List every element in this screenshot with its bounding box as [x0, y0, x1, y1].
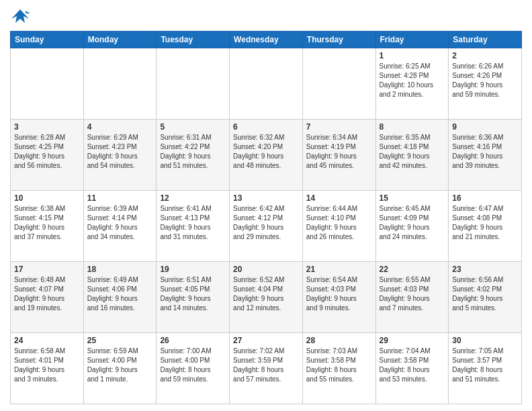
calendar-cell: 17Sunrise: 6:48 AM Sunset: 4:07 PM Dayli…: [11, 262, 84, 333]
day-info: Sunrise: 6:58 AM Sunset: 4:01 PM Dayligh…: [14, 347, 80, 384]
calendar-cell: 15Sunrise: 6:45 AM Sunset: 4:09 PM Dayli…: [375, 191, 449, 262]
calendar-cell: 2Sunrise: 6:26 AM Sunset: 4:26 PM Daylig…: [449, 48, 522, 120]
weekday-header-friday: Friday: [375, 32, 449, 48]
svg-marker-0: [11, 9, 29, 23]
calendar-cell: 16Sunrise: 6:47 AM Sunset: 4:08 PM Dayli…: [449, 191, 522, 262]
day-info: Sunrise: 7:02 AM Sunset: 3:59 PM Dayligh…: [233, 347, 299, 384]
day-info: Sunrise: 6:48 AM Sunset: 4:07 PM Dayligh…: [14, 275, 80, 313]
day-info: Sunrise: 6:25 AM Sunset: 4:28 PM Dayligh…: [380, 62, 445, 99]
day-number: 25: [87, 336, 153, 345]
day-number: 5: [160, 122, 226, 132]
day-number: 1: [380, 51, 445, 60]
day-info: Sunrise: 7:03 AM Sunset: 3:58 PM Dayligh…: [306, 347, 372, 384]
day-info: Sunrise: 6:47 AM Sunset: 4:08 PM Dayligh…: [452, 204, 518, 242]
day-info: Sunrise: 7:05 AM Sunset: 3:57 PM Dayligh…: [452, 347, 518, 384]
calendar-cell: 13Sunrise: 6:42 AM Sunset: 4:12 PM Dayli…: [230, 191, 303, 262]
day-number: 21: [306, 265, 372, 274]
day-info: Sunrise: 6:29 AM Sunset: 4:23 PM Dayligh…: [87, 133, 153, 171]
day-info: Sunrise: 6:54 AM Sunset: 4:03 PM Dayligh…: [306, 275, 372, 313]
calendar-cell: [11, 48, 84, 120]
day-number: 7: [306, 122, 372, 132]
svg-marker-1: [25, 11, 30, 13]
day-number: 22: [380, 265, 445, 274]
calendar-cell: 22Sunrise: 6:55 AM Sunset: 4:03 PM Dayli…: [375, 262, 449, 333]
logo: [10, 7, 33, 26]
calendar-cell: 5Sunrise: 6:31 AM Sunset: 4:22 PM Daylig…: [157, 120, 230, 191]
day-number: 6: [233, 122, 299, 132]
calendar-table: SundayMondayTuesdayWednesdayThursdayFrid…: [10, 31, 522, 404]
day-info: Sunrise: 6:31 AM Sunset: 4:22 PM Dayligh…: [160, 133, 226, 171]
day-number: 19: [160, 265, 226, 274]
day-info: Sunrise: 6:39 AM Sunset: 4:14 PM Dayligh…: [87, 204, 153, 242]
calendar-cell: 4Sunrise: 6:29 AM Sunset: 4:23 PM Daylig…: [83, 120, 157, 191]
day-info: Sunrise: 6:26 AM Sunset: 4:26 PM Dayligh…: [452, 62, 518, 99]
day-info: Sunrise: 6:38 AM Sunset: 4:15 PM Dayligh…: [14, 204, 80, 242]
day-info: Sunrise: 6:35 AM Sunset: 4:18 PM Dayligh…: [380, 133, 445, 171]
weekday-header-monday: Monday: [83, 32, 157, 48]
calendar-cell: 26Sunrise: 7:00 AM Sunset: 4:00 PM Dayli…: [157, 333, 230, 404]
calendar-week-4: 24Sunrise: 6:58 AM Sunset: 4:01 PM Dayli…: [11, 333, 522, 404]
calendar-cell: 7Sunrise: 6:34 AM Sunset: 4:19 PM Daylig…: [302, 120, 375, 191]
header: [10, 7, 522, 26]
day-info: Sunrise: 6:28 AM Sunset: 4:25 PM Dayligh…: [14, 133, 80, 171]
calendar-cell: 8Sunrise: 6:35 AM Sunset: 4:18 PM Daylig…: [375, 120, 449, 191]
day-number: 27: [233, 336, 299, 345]
calendar-week-2: 10Sunrise: 6:38 AM Sunset: 4:15 PM Dayli…: [11, 191, 522, 262]
day-number: 29: [380, 336, 445, 345]
calendar-cell: 23Sunrise: 6:56 AM Sunset: 4:02 PM Dayli…: [449, 262, 522, 333]
day-number: 28: [306, 336, 372, 345]
day-number: 14: [306, 193, 372, 203]
page: SundayMondayTuesdayWednesdayThursdayFrid…: [0, 0, 532, 411]
calendar-cell: 28Sunrise: 7:03 AM Sunset: 3:58 PM Dayli…: [302, 333, 375, 404]
calendar-cell: 27Sunrise: 7:02 AM Sunset: 3:59 PM Dayli…: [230, 333, 303, 404]
calendar-week-1: 3Sunrise: 6:28 AM Sunset: 4:25 PM Daylig…: [11, 120, 522, 191]
calendar-cell: 24Sunrise: 6:58 AM Sunset: 4:01 PM Dayli…: [11, 333, 84, 404]
day-number: 3: [14, 122, 80, 132]
day-number: 24: [14, 336, 80, 345]
day-info: Sunrise: 7:04 AM Sunset: 3:58 PM Dayligh…: [380, 347, 445, 384]
day-number: 20: [233, 265, 299, 274]
day-info: Sunrise: 6:42 AM Sunset: 4:12 PM Dayligh…: [233, 204, 299, 242]
calendar-week-3: 17Sunrise: 6:48 AM Sunset: 4:07 PM Dayli…: [11, 262, 522, 333]
day-info: Sunrise: 6:32 AM Sunset: 4:20 PM Dayligh…: [233, 133, 299, 171]
calendar-cell: 11Sunrise: 6:39 AM Sunset: 4:14 PM Dayli…: [83, 191, 157, 262]
calendar-cell: [230, 48, 303, 120]
weekday-header-thursday: Thursday: [302, 32, 375, 48]
calendar-cell: 21Sunrise: 6:54 AM Sunset: 4:03 PM Dayli…: [302, 262, 375, 333]
day-info: Sunrise: 6:59 AM Sunset: 4:00 PM Dayligh…: [87, 347, 153, 384]
day-number: 26: [160, 336, 226, 345]
calendar-cell: 10Sunrise: 6:38 AM Sunset: 4:15 PM Dayli…: [11, 191, 84, 262]
calendar-header-row: SundayMondayTuesdayWednesdayThursdayFrid…: [11, 32, 522, 48]
day-info: Sunrise: 6:52 AM Sunset: 4:04 PM Dayligh…: [233, 275, 299, 313]
calendar-cell: 12Sunrise: 6:41 AM Sunset: 4:13 PM Dayli…: [157, 191, 230, 262]
calendar-cell: [157, 48, 230, 120]
calendar-cell: 19Sunrise: 6:51 AM Sunset: 4:05 PM Dayli…: [157, 262, 230, 333]
calendar-cell: 14Sunrise: 6:44 AM Sunset: 4:10 PM Dayli…: [302, 191, 375, 262]
day-number: 17: [14, 265, 80, 274]
calendar-cell: 9Sunrise: 6:36 AM Sunset: 4:16 PM Daylig…: [449, 120, 522, 191]
day-number: 9: [452, 122, 518, 132]
calendar-cell: 25Sunrise: 6:59 AM Sunset: 4:00 PM Dayli…: [83, 333, 157, 404]
calendar-cell: [83, 48, 157, 120]
day-info: Sunrise: 6:45 AM Sunset: 4:09 PM Dayligh…: [380, 204, 445, 242]
day-number: 18: [87, 265, 153, 274]
day-number: 2: [452, 51, 518, 60]
calendar-cell: 3Sunrise: 6:28 AM Sunset: 4:25 PM Daylig…: [11, 120, 84, 191]
calendar-cell: [302, 48, 375, 120]
calendar-cell: 18Sunrise: 6:49 AM Sunset: 4:06 PM Dayli…: [83, 262, 157, 333]
day-info: Sunrise: 6:51 AM Sunset: 4:05 PM Dayligh…: [160, 275, 226, 313]
day-number: 13: [233, 193, 299, 203]
day-number: 4: [87, 122, 153, 132]
day-info: Sunrise: 6:44 AM Sunset: 4:10 PM Dayligh…: [306, 204, 372, 242]
calendar-cell: 1Sunrise: 6:25 AM Sunset: 4:28 PM Daylig…: [375, 48, 449, 120]
logo-icon: [10, 7, 30, 26]
day-number: 12: [160, 193, 226, 203]
day-number: 30: [452, 336, 518, 345]
calendar-cell: 29Sunrise: 7:04 AM Sunset: 3:58 PM Dayli…: [375, 333, 449, 404]
calendar-week-0: 1Sunrise: 6:25 AM Sunset: 4:28 PM Daylig…: [11, 48, 522, 120]
day-info: Sunrise: 7:00 AM Sunset: 4:00 PM Dayligh…: [160, 347, 226, 384]
day-info: Sunrise: 6:49 AM Sunset: 4:06 PM Dayligh…: [87, 275, 153, 313]
day-info: Sunrise: 6:56 AM Sunset: 4:02 PM Dayligh…: [452, 275, 518, 313]
day-info: Sunrise: 6:34 AM Sunset: 4:19 PM Dayligh…: [306, 133, 372, 171]
weekday-header-saturday: Saturday: [449, 32, 522, 48]
